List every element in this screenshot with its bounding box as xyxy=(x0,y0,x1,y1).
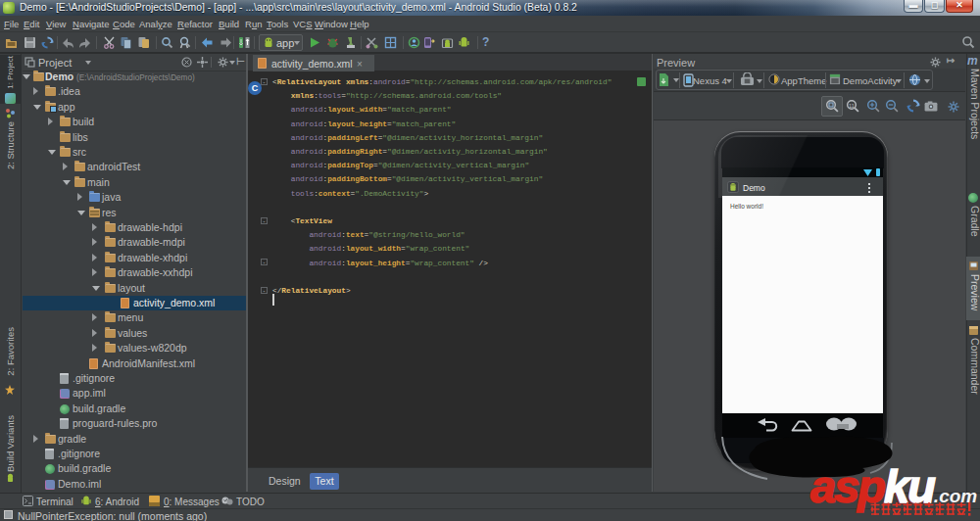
svg-text:11: 11 xyxy=(849,103,855,109)
